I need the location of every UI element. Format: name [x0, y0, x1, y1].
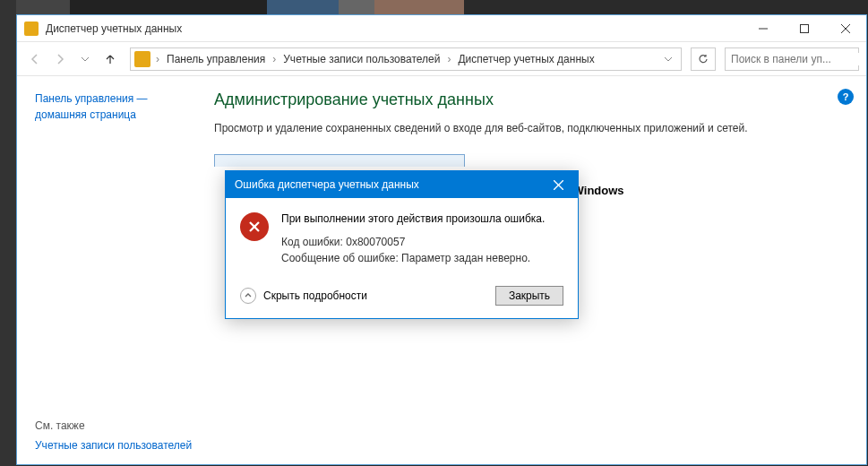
error-icon — [240, 212, 269, 241]
error-dialog: Ошибка диспетчера учетных данных При вып… — [225, 170, 579, 319]
breadcrumb-item[interactable]: Диспетчер учетных данных — [452, 53, 599, 65]
back-button[interactable] — [24, 48, 46, 70]
search-box[interactable] — [725, 47, 859, 71]
app-icon — [24, 22, 39, 36]
error-message-line: Сообщение об ошибке: Параметр задан неве… — [281, 250, 563, 266]
control-panel-home-link[interactable]: Панель управления — домашняя страница — [35, 91, 194, 123]
breadcrumb-item[interactable]: Панель управления — [161, 53, 271, 65]
breadcrumb-history-dropdown[interactable] — [659, 55, 677, 64]
hide-details-label: Скрыть подробности — [263, 289, 367, 302]
maximize-button[interactable] — [784, 15, 825, 42]
address-breadcrumb[interactable]: › Панель управления › Учетные записи пол… — [130, 47, 682, 71]
chevron-right-icon[interactable]: › — [272, 53, 276, 65]
recent-dropdown-button[interactable] — [74, 48, 96, 70]
user-accounts-link[interactable]: Учетные записи пользователей — [35, 437, 194, 453]
help-icon[interactable]: ? — [838, 89, 854, 105]
refresh-button[interactable] — [691, 47, 716, 71]
hide-details-toggle[interactable]: Скрыть подробности — [240, 288, 367, 304]
taskbar-fragment — [16, 0, 867, 14]
window-title: Диспетчер учетных данных — [46, 22, 743, 35]
see-also-heading: См. также — [35, 419, 194, 432]
chevron-up-icon — [240, 288, 256, 304]
dialog-footer: Скрыть подробности Закрыть — [226, 277, 578, 318]
sidebar: Панель управления — домашняя страница См… — [17, 76, 205, 464]
credential-tile-partial[interactable] — [214, 154, 465, 167]
window-titlebar[interactable]: Диспетчер учетных данных — [17, 15, 866, 42]
dialog-body: При выполнении этого действия произошла … — [226, 198, 578, 277]
dialog-message: При выполнении этого действия произошла … — [281, 212, 563, 225]
forward-button[interactable] — [49, 48, 71, 70]
chevron-right-icon[interactable]: › — [447, 53, 451, 65]
chevron-right-icon[interactable]: › — [156, 53, 159, 65]
page-description: Просмотр и удаление сохраненных сведений… — [214, 120, 839, 136]
up-button[interactable] — [99, 48, 121, 70]
close-button[interactable] — [825, 15, 866, 42]
breadcrumb-location-icon — [134, 51, 150, 67]
error-code-line: Код ошибки: 0x80070057 — [281, 234, 563, 250]
desktop-background-strip — [0, 0, 16, 466]
minimize-button[interactable] — [743, 15, 784, 42]
dialog-close-button[interactable] — [547, 174, 569, 195]
dialog-close-action-button[interactable]: Закрыть — [495, 286, 563, 306]
svg-rect-1 — [801, 24, 809, 32]
navigation-bar: › Панель управления › Учетные записи пол… — [17, 42, 866, 76]
dialog-titlebar[interactable]: Ошибка диспетчера учетных данных — [226, 171, 578, 198]
breadcrumb-item[interactable]: Учетные записи пользователей — [278, 53, 445, 65]
search-input[interactable] — [731, 53, 865, 65]
dialog-title: Ошибка диспетчера учетных данных — [235, 178, 547, 191]
page-heading: Администрирование учетных данных — [214, 91, 839, 109]
